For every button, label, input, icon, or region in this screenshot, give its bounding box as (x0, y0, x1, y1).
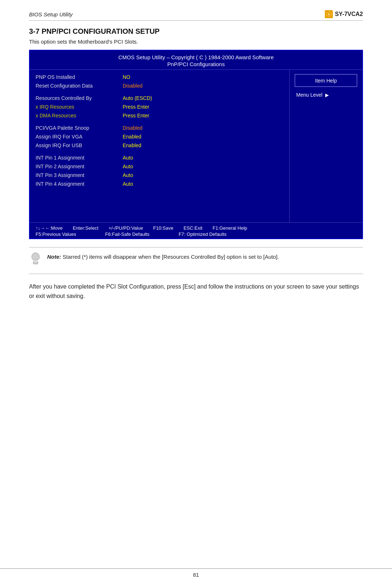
label-int1: INT Pin 1 Assignment (36, 155, 123, 161)
value-int4: Auto (123, 181, 133, 187)
value-int3: Auto (123, 172, 133, 178)
bios-right-panel: Item Help Menu Level ▶ (290, 70, 362, 222)
value-resources: Auto (ESCD) (123, 95, 152, 101)
bios-title-line2: PnP/PCI Configurations (33, 61, 359, 67)
config-row-int3: INT Pin 3 Assignment Auto (36, 172, 283, 180)
bios-left-panel: PNP OS Installed NO Reset Configuration … (30, 70, 290, 222)
value-irq-usb: Enabled (123, 142, 141, 148)
menu-level-arrow-icon: ▶ (325, 92, 329, 98)
brand-name: SY-7VCA2 (335, 11, 363, 17)
value-irq-vga: Enabled (123, 134, 141, 140)
item-help-label: Item Help (315, 78, 337, 84)
footer-key-value: +/-/PU/PD:Value (109, 225, 143, 231)
config-row-irq-usb: Assign IRQ For USB Enabled (36, 142, 283, 150)
config-row-irq: x IRQ Resources Press Enter (36, 104, 283, 112)
config-row-int2: INT Pin 2 Assignment Auto (36, 164, 283, 172)
config-row-palette: PCI/VGA Palette Snoop Disabled (36, 125, 283, 133)
item-help-box: Item Help (295, 74, 357, 87)
config-row-dma: x DMA Resources Press Enter (36, 113, 283, 121)
label-palette: PCI/VGA Palette Snoop (36, 125, 123, 131)
bulb-icon (29, 253, 42, 269)
label-pnp-os: PNP OS Installed (36, 74, 123, 80)
soyo-logo-icon: S (325, 10, 333, 18)
bios-title-line1: CMOS Setup Utility – Copyright ( C ) 198… (33, 54, 359, 60)
label-irq-vga: Assign IRQ For VGA (36, 134, 123, 140)
label-irq-usb: Assign IRQ For USB (36, 142, 123, 148)
page-header: BIOS Setup Utility S SY-7VCA2 (29, 10, 363, 21)
config-row-resources: Resources Controlled By Auto (ESCD) (36, 95, 283, 103)
paragraph-text: After you have completed the PCI Slot Co… (29, 282, 363, 301)
menu-level-label: Menu Level (296, 92, 322, 98)
header-title: BIOS Setup Utility (29, 11, 73, 17)
value-int2: Auto (123, 164, 133, 169)
label-dma: x DMA Resources (36, 113, 123, 118)
note-body: Starred (*) items will disappear when th… (61, 254, 279, 260)
section-heading: 3-7 PNP/PCI CONFIGURATION SETUP (29, 27, 363, 36)
bios-box-header: CMOS Setup Utility – Copyright ( C ) 198… (30, 51, 362, 70)
label-int4: INT Pin 4 Assignment (36, 181, 123, 187)
bios-footer: ↑↓→←:Move Enter:Select +/-/PU/PD:Value F… (30, 222, 362, 238)
config-row-reset-config: Reset Configuration Data Disabled (36, 83, 283, 91)
value-irq: Press Enter (123, 104, 149, 110)
config-group-2: Resources Controlled By Auto (ESCD) x IR… (36, 95, 283, 121)
value-reset-config: Disabled (123, 83, 142, 89)
value-palette: Disabled (123, 125, 142, 131)
config-group-3: PCI/VGA Palette Snoop Disabled Assign IR… (36, 125, 283, 150)
menu-level-row: Menu Level ▶ (295, 92, 329, 98)
label-reset-config: Reset Configuration Data (36, 83, 123, 89)
value-int1: Auto (123, 155, 133, 161)
config-row-int4: INT Pin 4 Assignment Auto (36, 181, 283, 189)
label-int2: INT Pin 2 Assignment (36, 164, 123, 169)
value-dma: Press Enter (123, 113, 149, 118)
bios-content-area: PNP OS Installed NO Reset Configuration … (30, 70, 362, 222)
footer-key-select: Enter:Select (73, 225, 98, 231)
svg-text:S: S (328, 13, 330, 16)
section-subtitle: This option sets the Motherboard's PCI S… (29, 39, 363, 45)
page-number: 81 (193, 572, 199, 578)
footer-key-exit: ESC:Exit (184, 225, 203, 231)
footer-row-1: ↑↓→←:Move Enter:Select +/-/PU/PD:Value F… (36, 225, 356, 231)
footer-key-move: ↑↓→←:Move (36, 225, 62, 231)
label-resources: Resources Controlled By (36, 95, 123, 101)
note-bold: Note: (47, 254, 61, 260)
config-row-pnp-os: PNP OS Installed NO (36, 74, 283, 82)
config-group-4: INT Pin 1 Assignment Auto INT Pin 2 Assi… (36, 155, 283, 189)
note-section: Note: Starred (*) items will disappear w… (29, 247, 363, 274)
bulb-head (32, 253, 40, 261)
footer-key-optimized: F7: Optimized Defaults (179, 231, 226, 237)
bios-setup-box: CMOS Setup Utility – Copyright ( C ) 198… (29, 50, 363, 239)
note-text: Note: Starred (*) items will disappear w… (47, 253, 279, 261)
config-row-irq-vga: Assign IRQ For VGA Enabled (36, 134, 283, 142)
config-row-int1: INT Pin 1 Assignment Auto (36, 155, 283, 163)
footer-key-failsafe: F6:Fail-Safe Defaults (105, 231, 150, 237)
footer-key-prev: F5:Previous Values (36, 231, 76, 237)
brand-area: S SY-7VCA2 (325, 10, 363, 18)
footer-row-2: F5:Previous Values F6:Fail-Safe Defaults… (36, 231, 356, 237)
bulb-base (33, 261, 38, 264)
footer-key-help: F1:General Help (213, 225, 247, 231)
value-pnp-os: NO (123, 74, 130, 80)
label-int3: INT Pin 3 Assignment (36, 172, 123, 178)
page-footer: 81 (0, 568, 392, 578)
config-group-1: PNP OS Installed NO Reset Configuration … (36, 74, 283, 91)
footer-key-save: F10:Save (153, 225, 173, 231)
label-irq: x IRQ Resources (36, 104, 123, 110)
